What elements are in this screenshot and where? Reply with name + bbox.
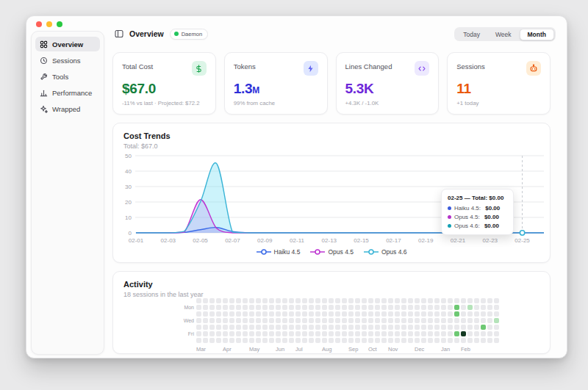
activity-cell[interactable]	[203, 331, 208, 336]
activity-cell[interactable]	[342, 298, 347, 303]
activity-cell[interactable]	[388, 298, 393, 303]
activity-cell[interactable]	[322, 298, 327, 303]
activity-cell[interactable]	[302, 318, 307, 323]
activity-cell[interactable]	[348, 318, 354, 323]
activity-cell[interactable]	[209, 338, 215, 343]
activity-cell[interactable]	[329, 305, 334, 310]
activity-cell[interactable]	[243, 331, 248, 336]
activity-cell[interactable]	[342, 311, 347, 317]
activity-cell[interactable]	[461, 305, 466, 310]
activity-cell[interactable]	[448, 298, 453, 303]
activity-cell[interactable]	[203, 305, 208, 310]
activity-cell[interactable]	[315, 318, 320, 323]
daemon-status-badge[interactable]: Daemon	[170, 29, 208, 40]
activity-cell[interactable]	[401, 298, 406, 303]
activity-cell[interactable]	[216, 318, 221, 323]
activity-cell[interactable]	[481, 338, 486, 343]
activity-cell[interactable]	[322, 325, 327, 330]
activity-cell[interactable]	[309, 298, 314, 303]
activity-cell[interactable]	[295, 325, 301, 330]
activity-cell[interactable]	[428, 298, 433, 303]
activity-cell[interactable]	[401, 305, 406, 310]
activity-cell[interactable]	[196, 305, 201, 310]
activity-cell[interactable]	[223, 338, 228, 343]
activity-cell[interactable]	[216, 298, 221, 303]
activity-cell[interactable]	[322, 318, 327, 323]
activity-cell[interactable]	[269, 318, 274, 323]
activity-cell[interactable]	[203, 338, 208, 343]
activity-cell[interactable]	[381, 311, 387, 317]
activity-cell[interactable]	[362, 338, 367, 343]
activity-cell[interactable]	[388, 331, 393, 336]
activity-cell[interactable]	[335, 318, 340, 323]
activity-cell[interactable]	[289, 325, 294, 330]
activity-cell[interactable]	[375, 298, 380, 303]
activity-cell[interactable]	[368, 318, 373, 323]
activity-cell[interactable]	[249, 298, 254, 303]
activity-cell[interactable]	[381, 318, 387, 323]
activity-cell[interactable]	[474, 338, 479, 343]
activity-cell[interactable]	[269, 338, 274, 343]
activity-cell[interactable]	[474, 318, 479, 323]
activity-cell[interactable]	[448, 318, 453, 323]
activity-cell[interactable]	[223, 331, 228, 336]
activity-cell[interactable]	[375, 311, 380, 317]
activity-cell[interactable]	[322, 305, 327, 310]
sidebar-item-performance[interactable]: Performance	[35, 85, 100, 100]
activity-cell[interactable]	[309, 331, 314, 336]
activity-cell[interactable]	[243, 311, 248, 317]
activity-cell[interactable]	[415, 305, 420, 310]
activity-cell[interactable]	[487, 318, 492, 323]
activity-cell[interactable]	[282, 305, 287, 310]
activity-cell[interactable]	[348, 305, 354, 310]
activity-cell[interactable]	[487, 298, 492, 303]
minimize-window-button[interactable]	[46, 21, 52, 27]
activity-cell[interactable]	[381, 338, 387, 343]
activity-cell[interactable]	[243, 325, 248, 330]
activity-cell[interactable]	[421, 318, 426, 323]
activity-cell[interactable]	[487, 331, 492, 336]
activity-cell[interactable]	[395, 311, 400, 317]
activity-cell[interactable]	[481, 318, 486, 323]
activity-cell[interactable]	[209, 311, 215, 317]
activity-cell[interactable]	[256, 318, 261, 323]
activity-cell[interactable]	[408, 338, 413, 343]
activity-cell[interactable]	[302, 298, 307, 303]
activity-cell[interactable]	[209, 298, 215, 303]
activity-cell[interactable]	[329, 311, 334, 317]
activity-cell[interactable]	[302, 331, 307, 336]
activity-cell[interactable]	[243, 338, 248, 343]
activity-cell[interactable]	[395, 318, 400, 323]
activity-cell[interactable]	[289, 331, 294, 336]
activity-cell[interactable]	[368, 325, 373, 330]
activity-cell[interactable]	[236, 298, 241, 303]
activity-cell[interactable]	[355, 298, 360, 303]
activity-cell[interactable]	[249, 338, 254, 343]
activity-cell[interactable]	[229, 331, 234, 336]
activity-cell[interactable]	[415, 318, 420, 323]
activity-cell[interactable]	[481, 325, 486, 330]
activity-cell[interactable]	[196, 298, 201, 303]
activity-cell[interactable]	[302, 305, 307, 310]
sidebar-item-overview[interactable]: Overview	[35, 37, 100, 51]
activity-cell[interactable]	[262, 331, 268, 336]
activity-cell[interactable]	[362, 325, 367, 330]
activity-cell[interactable]	[196, 331, 201, 336]
activity-cell[interactable]	[256, 298, 261, 303]
activity-cell[interactable]	[355, 311, 360, 317]
activity-cell[interactable]	[256, 338, 261, 343]
activity-cell[interactable]	[375, 331, 380, 336]
activity-cell[interactable]	[309, 325, 314, 330]
activity-cell[interactable]	[295, 331, 301, 336]
activity-cell[interactable]	[441, 311, 446, 317]
zoom-window-button[interactable]	[57, 21, 62, 27]
close-window-button[interactable]	[36, 21, 42, 27]
activity-cell[interactable]	[408, 318, 413, 323]
activity-cell[interactable]	[421, 325, 426, 330]
activity-cell[interactable]	[216, 305, 221, 310]
activity-cell[interactable]	[421, 331, 426, 336]
activity-cell[interactable]	[329, 325, 334, 330]
activity-cell[interactable]	[322, 311, 327, 317]
activity-cell[interactable]	[203, 311, 208, 317]
sidebar-item-tools[interactable]: Tools	[35, 69, 100, 84]
